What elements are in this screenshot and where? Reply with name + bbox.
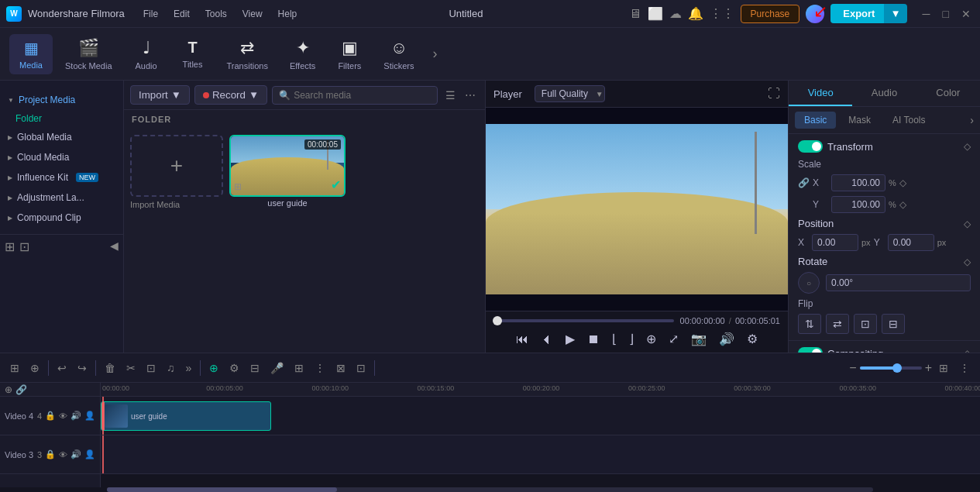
pos-y-input[interactable] (888, 234, 934, 251)
sidebar-folder[interactable]: Folder (0, 110, 123, 127)
flip-copy-button[interactable]: ⊡ (854, 314, 877, 334)
delete-button[interactable]: 🗑 (101, 360, 119, 377)
track-icon-solo[interactable]: 👤 (84, 411, 95, 421)
track-icon-audio[interactable]: 🔊 (70, 411, 81, 421)
pos-x-input[interactable] (812, 234, 858, 251)
export-button[interactable]: Export (830, 4, 887, 23)
track-icon-eye[interactable]: 👁 (59, 411, 67, 421)
filter-button[interactable]: ☰ (442, 88, 459, 103)
cloud-upload-icon[interactable]: ☁ (669, 6, 682, 21)
sidebar-item-cloud-media[interactable]: ▶ Cloud Media (0, 147, 123, 167)
track-icon-solo-3[interactable]: 👤 (84, 449, 95, 459)
zoom-out-button[interactable]: − (849, 361, 856, 375)
motion-track-button[interactable]: ⊠ (332, 360, 349, 377)
flip-v-button[interactable]: ⇄ (826, 314, 849, 334)
flip-h-button[interactable]: ⇅ (798, 314, 821, 334)
collapse-icon[interactable]: ◀ (110, 239, 119, 254)
clip-user-guide[interactable]: user guide (101, 401, 271, 431)
cut-button[interactable]: ✂ (122, 360, 139, 377)
timeline-more-button[interactable]: ⋮ (955, 360, 974, 377)
sidebar-item-influence-kit[interactable]: ▶ Influence Kit NEW (0, 167, 123, 188)
audio-detach-button[interactable]: ♫ (163, 360, 179, 377)
speed-button[interactable]: ⚙ (225, 360, 243, 377)
notification-icon[interactable]: 🔔 (688, 6, 703, 21)
more-button[interactable]: ⋯ (462, 88, 479, 103)
menu-edit[interactable]: Edit (167, 5, 196, 22)
toolbar-effects[interactable]: ✦ Effects (280, 33, 325, 75)
audio-stretch-button[interactable]: ⊞ (291, 360, 308, 377)
redo-button[interactable]: ↪ (74, 360, 91, 377)
layout-icon[interactable]: ⬜ (648, 6, 663, 21)
toolbar-titles[interactable]: T Titles (171, 34, 215, 74)
sub-tab-ai-tools[interactable]: AI Tools (883, 112, 934, 129)
toolbar-stickers[interactable]: ☺ Stickers (374, 33, 423, 75)
tab-audio[interactable]: Audio (852, 81, 916, 106)
clip-replace-button[interactable]: ⊡ (352, 360, 370, 377)
fullscreen-preview-icon[interactable]: ⛶ (768, 87, 780, 101)
marker-button[interactable]: ⊕ (205, 360, 222, 377)
zoom-handle[interactable] (892, 363, 902, 373)
more-options-icon[interactable]: ⊡ (19, 239, 29, 254)
add-track-icon[interactable]: ⊕ (5, 384, 12, 395)
flip-paste-button[interactable]: ⊟ (882, 314, 905, 334)
mark-out-button[interactable]: ⌋ (628, 330, 635, 348)
zoom-fit-button[interactable]: ⤢ (667, 330, 680, 348)
progress-bar[interactable] (493, 319, 674, 322)
add-to-timeline-button[interactable]: ⊕ (645, 330, 658, 348)
menu-tools[interactable]: Tools (199, 5, 233, 22)
sidebar-item-adjustment[interactable]: ▶ Adjustment La... (0, 188, 123, 208)
toolbar-stock-media[interactable]: 🎬 Stock Media (56, 33, 122, 75)
step-back-button[interactable]: ⏴ (539, 331, 555, 348)
transform-diamond-icon[interactable]: ◇ (964, 141, 971, 152)
add-video-track-button[interactable]: ⊞ (6, 360, 23, 377)
minimize-button[interactable]: ─ (920, 8, 934, 20)
tab-color[interactable]: Color (916, 81, 980, 106)
rotate-input[interactable] (826, 274, 971, 291)
settings-preview-button[interactable]: ⚙ (745, 330, 759, 348)
record-button[interactable]: Record ▼ (194, 85, 267, 105)
sidebar-item-project-media[interactable]: ▼ Project Media (0, 90, 123, 110)
media-thumbnail[interactable]: 00:00:05 ⊞ ✔ (229, 135, 346, 197)
import-button[interactable]: Import ▼ (130, 85, 190, 105)
transform-toggle-switch[interactable] (798, 140, 823, 153)
search-box[interactable]: 🔍 (272, 86, 438, 105)
scale-y-input[interactable] (831, 196, 885, 213)
sidebar-item-compound-clip[interactable]: ▶ Compound Clip (0, 208, 123, 228)
track-icon-lock[interactable]: 🔒 (45, 411, 56, 421)
scale-link-icon[interactable]: 🔗 (798, 177, 810, 188)
toolbar-transitions[interactable]: ⇄ Transitions (218, 33, 277, 75)
scale-x-input[interactable] (831, 174, 885, 191)
import-media-button[interactable]: + (130, 135, 223, 197)
sub-tab-more-icon[interactable]: › (970, 114, 974, 126)
add-folder-icon[interactable]: ⊞ (5, 239, 15, 254)
stop-button[interactable]: ⏹ (586, 331, 601, 348)
add-audio-track-button[interactable]: ⊕ (26, 360, 43, 377)
progress-handle[interactable] (493, 316, 502, 325)
menu-help[interactable]: Help (272, 5, 304, 22)
close-button[interactable]: ✕ (958, 8, 974, 20)
snapshot-button[interactable]: 📷 (689, 330, 708, 348)
menu-view[interactable]: View (236, 5, 269, 22)
export-dropdown-button[interactable]: ▼ (884, 4, 906, 23)
grid-view-toggle[interactable]: ⊞ (935, 360, 952, 377)
link-clips-icon[interactable]: 🔗 (15, 384, 27, 395)
toolbar-more-button[interactable]: › (429, 46, 440, 62)
track-icon-audio-3[interactable]: 🔊 (70, 449, 81, 459)
sub-tab-basic[interactable]: Basic (795, 112, 836, 129)
horizontal-scrollbar[interactable] (107, 487, 873, 492)
zoom-slider[interactable] (860, 366, 922, 370)
clip-settings-button[interactable]: ⊟ (246, 360, 263, 377)
rotate-diamond[interactable]: ◇ (964, 256, 971, 267)
more-effects-button[interactable]: » (182, 360, 196, 377)
compositing-diamond[interactable]: ◇ (964, 348, 971, 353)
scale-y-diamond[interactable]: ◇ (899, 199, 906, 210)
search-input[interactable] (294, 90, 431, 101)
audio-button[interactable]: 🔊 (717, 330, 736, 348)
scene-detect-button[interactable]: ⋮ (311, 360, 329, 377)
menu-file[interactable]: File (137, 5, 164, 22)
toolbar-filters[interactable]: ▣ Filters (328, 33, 371, 75)
tab-video[interactable]: Video (789, 81, 852, 106)
crop-button[interactable]: ⊡ (143, 360, 160, 377)
voiceover-button[interactable]: 🎤 (266, 360, 287, 377)
monitor-icon[interactable]: 🖥 (629, 7, 641, 21)
